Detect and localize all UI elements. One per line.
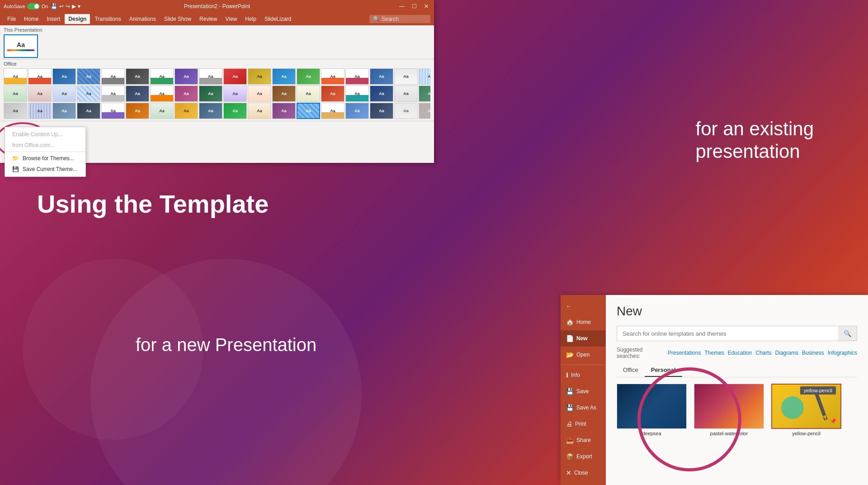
sidebar-item-open[interactable]: 📂 Open (561, 347, 606, 363)
theme-10[interactable]: Aa (248, 68, 271, 85)
maximize-button[interactable]: ☐ (410, 3, 419, 10)
menu-insert[interactable]: Insert (43, 14, 64, 24)
theme-2[interactable]: Aa (52, 68, 76, 85)
sidebar-item-saveas[interactable]: 💾 Save As (561, 399, 606, 416)
template-yellow-pencil[interactable]: yellow-pencil 📌 yellow-pencil (771, 384, 841, 436)
menu-search-area[interactable]: 🔍 (369, 15, 430, 23)
theme-22[interactable]: Aa (101, 86, 125, 102)
deepsea-thumb[interactable] (617, 384, 687, 429)
redo-icon[interactable]: ↪ (66, 3, 70, 10)
sidebar-back-button[interactable]: ← (561, 299, 606, 314)
suggested-presentations[interactable]: Presentations (668, 350, 701, 356)
theme-27[interactable]: Aa (223, 86, 247, 102)
minimize-button[interactable]: — (397, 3, 406, 10)
theme-1[interactable]: Aa (28, 68, 52, 85)
sidebar-item-close[interactable]: ✕ Close (561, 465, 606, 481)
theme-33[interactable]: Aa (370, 86, 393, 102)
theme-14[interactable]: Aa (345, 68, 369, 85)
menu-home[interactable]: Home (20, 14, 42, 24)
suggested-diagrams[interactable]: Diagrams (775, 350, 798, 356)
search-input[interactable] (382, 16, 427, 22)
theme-34[interactable]: Aa (394, 86, 418, 102)
theme-32[interactable]: Aa (345, 86, 369, 102)
sidebar-item-new[interactable]: 📄 New (561, 330, 606, 347)
theme-26[interactable]: Aa (199, 86, 222, 102)
theme-37[interactable]: Aa (28, 103, 52, 119)
theme-36[interactable]: Aa (4, 103, 27, 119)
sidebar-item-info[interactable]: ℹ Info (561, 367, 606, 383)
theme-11[interactable]: Aa (272, 68, 296, 85)
template-pastel[interactable]: pastel-watercolor (694, 384, 764, 436)
theme-39[interactable]: Aa (77, 103, 100, 119)
menu-file[interactable]: File (4, 14, 19, 24)
theme-9[interactable]: Aa (223, 68, 247, 85)
menu-design[interactable]: Design (65, 14, 90, 24)
theme-12[interactable]: Aa (297, 68, 320, 85)
menu-transitions[interactable]: Transitions (91, 14, 124, 24)
theme-52[interactable]: Aa (394, 103, 418, 119)
suggested-themes[interactable]: Themes (704, 350, 724, 356)
theme-38[interactable]: Aa (52, 103, 76, 119)
theme-20[interactable]: Aa (52, 86, 76, 102)
theme-30[interactable]: Aa (297, 86, 320, 102)
theme-25[interactable]: Aa (175, 86, 198, 102)
theme-16[interactable]: Aa (394, 68, 418, 85)
theme-default[interactable]: Aa (4, 68, 27, 85)
more-icon[interactable]: ▾ (78, 3, 80, 10)
tab-personal[interactable]: Personal (645, 364, 682, 377)
pastel-thumb[interactable] (694, 384, 764, 429)
context-menu-item-save-theme[interactable]: 💾 Save Current Theme... (5, 164, 85, 175)
suggested-infographics[interactable]: Infographics (828, 350, 857, 356)
theme-42[interactable]: Aa (150, 103, 174, 119)
template-search-input[interactable] (617, 327, 838, 341)
menu-review[interactable]: Review (196, 14, 221, 24)
current-theme-preview[interactable]: Aa (4, 34, 38, 58)
theme-13[interactable]: Aa (321, 68, 344, 85)
theme-35[interactable]: Aa (419, 86, 430, 102)
theme-50[interactable]: Aa (345, 103, 369, 119)
menu-animations[interactable]: Animations (126, 14, 160, 24)
theme-41[interactable]: Aa (126, 103, 149, 119)
theme-53[interactable]: Aa (419, 103, 430, 119)
menu-help[interactable]: Help (241, 14, 260, 24)
menu-view[interactable]: View (222, 14, 241, 24)
template-search-bar[interactable]: 🔍 (617, 326, 857, 341)
theme-selected[interactable]: Aa (297, 103, 320, 119)
sidebar-item-print[interactable]: 🖨 Print (561, 416, 606, 432)
present-icon[interactable]: ▶ (72, 3, 76, 10)
close-button[interactable]: ✕ (422, 3, 430, 10)
theme-21[interactable]: Aa (77, 86, 100, 102)
theme-17[interactable]: Aa (419, 68, 430, 85)
theme-28[interactable]: Aa (248, 86, 271, 102)
context-menu-item-browse[interactable]: 📁 Browse for Themes... (5, 153, 85, 164)
save-icon[interactable]: 💾 (51, 3, 57, 10)
theme-3[interactable]: Aa (77, 68, 100, 85)
theme-19[interactable]: Aa (28, 86, 52, 102)
menu-slidelizard[interactable]: SlideLizard (261, 14, 295, 24)
yellow-thumb[interactable]: yellow-pencil 📌 (771, 384, 841, 429)
theme-46[interactable]: Aa (248, 103, 271, 119)
theme-8[interactable]: Aa (199, 68, 222, 85)
pin-icon[interactable]: 📌 (830, 418, 837, 424)
theme-29[interactable]: Aa (272, 86, 296, 102)
theme-43[interactable]: Aa (175, 103, 198, 119)
sidebar-item-save[interactable]: 💾 Save (561, 383, 606, 399)
suggested-business[interactable]: Business (802, 350, 824, 356)
theme-24[interactable]: Aa (150, 86, 174, 102)
theme-40[interactable]: Aa (101, 103, 125, 119)
theme-7[interactable]: Aa (175, 68, 198, 85)
autosave-toggle[interactable] (27, 3, 40, 10)
menu-slideshow[interactable]: Slide Show (160, 14, 195, 24)
theme-31[interactable]: Aa (321, 86, 344, 102)
theme-5[interactable]: Aa (126, 68, 149, 85)
theme-47[interactable]: Aa (272, 103, 296, 119)
template-search-button[interactable]: 🔍 (838, 326, 857, 341)
theme-15[interactable]: Aa (370, 68, 393, 85)
suggested-charts[interactable]: Charts (755, 350, 771, 356)
theme-45[interactable]: Aa (223, 103, 247, 119)
tab-office[interactable]: Office (617, 364, 645, 377)
theme-51[interactable]: Aa (370, 103, 393, 119)
theme-6[interactable]: Aa (150, 68, 174, 85)
sidebar-item-export[interactable]: 📦 Export (561, 448, 606, 465)
theme-44[interactable]: Aa (199, 103, 222, 119)
